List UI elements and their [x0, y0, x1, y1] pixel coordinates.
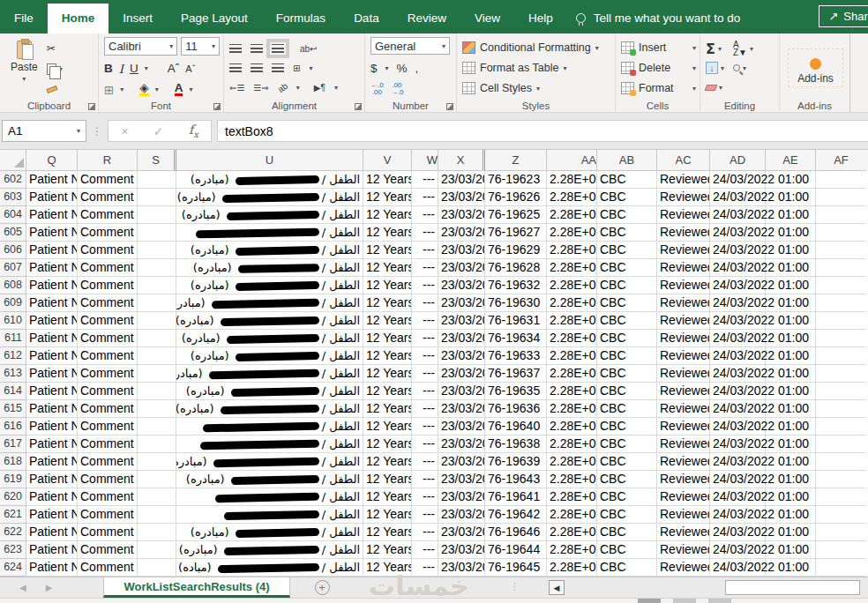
name-box-dropdown-icon[interactable]: ▾	[77, 127, 80, 135]
text-direction-options-icon[interactable]: ▾	[334, 84, 338, 92]
cell-u-patient-name[interactable]: الطفل /	[176, 506, 363, 524]
select-all-corner[interactable]	[0, 150, 26, 171]
row-header-623[interactable]: 623	[0, 541, 26, 559]
cell-q-patient[interactable]: Patient No	[26, 436, 78, 453]
cell-u-patient-name[interactable]: الطفل / (مبادره)	[176, 189, 363, 206]
cell-q-patient[interactable]: Patient No	[26, 312, 78, 330]
cell-ad-review-datetime[interactable]: 24/03/2022 01:00	[710, 524, 766, 541]
cell-ad-review-datetime[interactable]: 24/03/2022 01:00	[710, 541, 766, 559]
cell-s-empty[interactable]	[138, 259, 176, 277]
cell-z-order-id[interactable]: 76-19634	[485, 330, 547, 347]
format-painter-button[interactable]	[47, 81, 63, 97]
cell-v-age[interactable]: 12 Years	[363, 559, 412, 577]
cell-ab-test[interactable]: CBC	[597, 171, 657, 189]
row-header-606[interactable]: 606	[0, 242, 26, 259]
cell-z-order-id[interactable]: 76-19637	[485, 365, 547, 383]
currency-format-button[interactable]: $	[370, 62, 378, 75]
font-dialog-launcher-icon[interactable]	[213, 103, 221, 110]
cell-s-empty[interactable]	[138, 453, 176, 471]
align-left-button[interactable]	[229, 63, 242, 72]
cell-r-comment[interactable]: Comment	[78, 400, 138, 418]
cell-ad-review-datetime[interactable]: 24/03/2022 01:00	[710, 294, 766, 312]
cell-s-empty[interactable]	[138, 347, 176, 365]
cell-u-patient-name[interactable]: الطفل / (مبادره)	[176, 471, 363, 488]
cell-w-dashes[interactable]: ---	[412, 330, 438, 347]
cell-q-patient[interactable]: Patient No	[26, 471, 78, 488]
cell-ac-status[interactable]: Reviewed	[657, 365, 710, 383]
cell-x-date[interactable]: 23/03/2022	[438, 559, 485, 577]
wrap-text-button[interactable]: ab↩	[300, 44, 318, 54]
cell-r-comment[interactable]: Comment	[78, 224, 138, 242]
column-header-AB[interactable]: AB	[597, 150, 657, 171]
cell-v-age[interactable]: 12 Years	[363, 312, 412, 330]
cell-s-empty[interactable]	[138, 488, 176, 506]
ribbon-tab-review[interactable]: Review	[393, 4, 460, 34]
cell-r-comment[interactable]: Comment	[78, 171, 138, 189]
cell-ad-review-datetime[interactable]: 24/03/2022 01:00	[710, 559, 766, 577]
name-box[interactable]: A1 ▾	[2, 120, 86, 142]
cell-w-dashes[interactable]: ---	[412, 488, 438, 506]
cell-s-empty[interactable]	[138, 524, 176, 541]
row-header-610[interactable]: 610	[0, 312, 26, 330]
cell-v-age[interactable]: 12 Years	[363, 506, 412, 524]
cell-r-comment[interactable]: Comment	[78, 189, 138, 206]
cell-ac-status[interactable]: Reviewed	[657, 206, 710, 224]
cell-u-patient-name[interactable]: الطفل / (مبادره)	[176, 312, 363, 330]
cell-z-order-id[interactable]: 76-19628	[485, 259, 547, 277]
cell-r-comment[interactable]: Comment	[78, 330, 138, 347]
cell-x-date[interactable]: 23/03/2022	[438, 436, 485, 453]
cell-r-comment[interactable]: Comment	[78, 559, 138, 577]
cell-ab-test[interactable]: CBC	[597, 453, 657, 471]
font-color-button[interactable]: A	[175, 83, 183, 96]
cell-r-comment[interactable]: Comment	[78, 277, 138, 294]
cell-s-empty[interactable]	[138, 400, 176, 418]
cell-aa-number[interactable]: 2.28E+09	[547, 277, 597, 294]
cell-v-age[interactable]: 12 Years	[363, 383, 412, 400]
column-header-V[interactable]: V	[363, 150, 412, 171]
cell-v-age[interactable]: 12 Years	[363, 365, 412, 383]
decrease-decimal-button[interactable]: .00→.0	[391, 82, 404, 96]
cell-q-patient[interactable]: Patient No	[26, 488, 78, 506]
cell-q-patient[interactable]: Patient No	[26, 383, 78, 400]
horizontal-scrollbar-thumb[interactable]	[725, 580, 860, 595]
cell-x-date[interactable]: 23/03/2022	[438, 488, 485, 506]
cell-s-empty[interactable]	[138, 277, 176, 294]
cell-ab-test[interactable]: CBC	[597, 294, 657, 312]
cell-r-comment[interactable]: Comment	[78, 242, 138, 259]
cell-x-date[interactable]: 23/03/2022	[438, 242, 485, 259]
cell-w-dashes[interactable]: ---	[412, 541, 438, 559]
cell-af-empty[interactable]	[816, 224, 866, 242]
cell-v-age[interactable]: 12 Years	[363, 259, 412, 277]
cell-z-order-id[interactable]: 76-19643	[485, 471, 547, 488]
normal-view-button[interactable]	[638, 599, 661, 603]
cell-s-empty[interactable]	[138, 189, 176, 206]
cell-u-patient-name[interactable]: الطفل /	[176, 418, 363, 436]
cell-aa-number[interactable]: 2.28E+09	[547, 383, 597, 400]
cell-u-patient-name[interactable]: الطفل / (مبادره)	[176, 365, 363, 383]
font-name-select[interactable]: Calibri▾	[104, 37, 177, 56]
column-header-S[interactable]: S	[138, 150, 176, 171]
cell-z-order-id[interactable]: 76-19645	[485, 559, 547, 577]
cell-v-age[interactable]: 12 Years	[363, 436, 412, 453]
cell-ab-test[interactable]: CBC	[597, 471, 657, 488]
cell-aa-number[interactable]: 2.28E+09	[547, 418, 597, 436]
cell-q-patient[interactable]: Patient No	[26, 224, 78, 242]
cell-x-date[interactable]: 23/03/2022	[438, 259, 485, 277]
cell-ab-test[interactable]: CBC	[597, 347, 657, 365]
add-sheet-button[interactable]: +	[315, 580, 330, 595]
cell-af-empty[interactable]	[816, 436, 866, 453]
cell-af-empty[interactable]	[816, 418, 866, 436]
cell-ac-status[interactable]: Reviewed	[657, 559, 710, 577]
cell-u-patient-name[interactable]: الطفل / (مبادره)	[176, 277, 363, 294]
format-as-table-button[interactable]: Format as Table ▾	[462, 59, 611, 77]
cell-r-comment[interactable]: Comment	[78, 488, 138, 506]
merge-options-icon[interactable]: ▾	[309, 64, 312, 72]
alignment-dialog-launcher-icon[interactable]	[355, 103, 362, 110]
insert-function-icon[interactable]: fx	[189, 123, 198, 139]
font-color-options-icon[interactable]: ▾	[189, 86, 192, 93]
cell-q-patient[interactable]: Patient No	[26, 400, 78, 418]
cell-ac-status[interactable]: Reviewed	[657, 436, 710, 453]
font-size-select[interactable]: 11▾	[181, 37, 220, 56]
row-header-611[interactable]: 611	[0, 330, 26, 347]
ribbon-tab-help[interactable]: Help	[514, 4, 567, 34]
